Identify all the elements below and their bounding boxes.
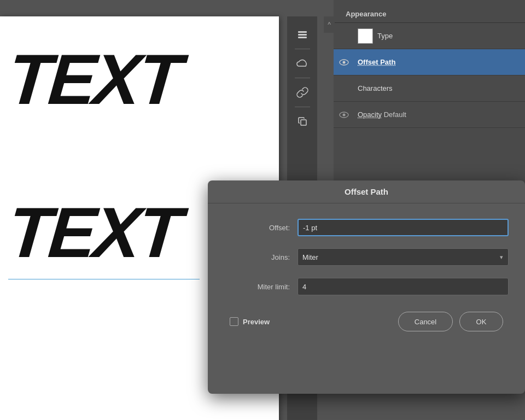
appearance-row-type[interactable]: Type	[334, 23, 525, 49]
miter-limit-row: Miter limit:	[224, 278, 509, 295]
copy-icon-button[interactable]	[293, 112, 312, 131]
opacity-value: Default	[384, 110, 406, 119]
panel-collapse-button[interactable]: ^	[324, 16, 335, 33]
preview-checkbox[interactable]	[230, 317, 238, 326]
joins-select-wrapper: Miter Round Bevel ▾	[298, 248, 509, 266]
icon-divider-2	[295, 78, 310, 78]
appearance-row-characters[interactable]: Characters	[334, 75, 525, 102]
dialog-title-bar: Offset Path	[208, 180, 525, 203]
chevron-up-icon: ^	[328, 21, 331, 28]
ok-button[interactable]: OK	[459, 312, 503, 331]
preview-checkbox-area: Preview	[230, 317, 398, 326]
svg-point-5	[343, 61, 346, 63]
joins-select[interactable]: Miter Round Bevel	[298, 248, 509, 266]
dialog-buttons-row: Preview Cancel OK	[224, 312, 509, 331]
canvas-text-top: TEXT	[5, 44, 182, 115]
svg-rect-2	[298, 37, 307, 38]
offset-path-eye-icon[interactable]	[338, 58, 350, 67]
svg-rect-1	[298, 34, 307, 36]
opacity-label: Opacity Default	[358, 110, 521, 119]
cancel-button[interactable]: Cancel	[398, 312, 453, 331]
selection-line	[8, 279, 200, 279]
preview-label: Preview	[243, 318, 270, 326]
dialog-title: Offset Path	[345, 187, 388, 196]
offset-path-dialog: Offset Path Offset: Joins: Miter Round B…	[208, 180, 525, 394]
opacity-eye-icon[interactable]	[338, 110, 350, 119]
appearance-panel: Appearance Type Offset Path Characters	[334, 0, 525, 186]
link-icon-button[interactable]	[293, 83, 312, 102]
appearance-row-offset-path[interactable]: Offset Path	[334, 49, 525, 75]
offset-label: Offset:	[224, 224, 290, 232]
offset-input[interactable]	[298, 219, 509, 236]
svg-point-7	[343, 113, 346, 116]
type-swatch[interactable]	[358, 28, 373, 44]
svg-rect-0	[298, 31, 307, 33]
characters-label: Characters	[358, 84, 521, 92]
canvas-text-bottom: TEXT	[5, 197, 182, 268]
icon-divider-3	[295, 107, 310, 107]
layers-icon-button[interactable]	[293, 25, 312, 44]
offset-path-label: Offset Path	[358, 58, 521, 66]
joins-row: Joins: Miter Round Bevel ▾	[224, 248, 509, 266]
miter-limit-label: Miter limit:	[224, 283, 290, 291]
dialog-body: Offset: Joins: Miter Round Bevel ▾ Miter…	[208, 203, 525, 342]
appearance-row-opacity[interactable]: Opacity Default	[334, 102, 525, 128]
appearance-tab[interactable]: Appearance	[340, 5, 392, 22]
miter-limit-input[interactable]	[298, 278, 509, 295]
type-label: Type	[377, 32, 521, 40]
joins-label: Joins:	[224, 253, 290, 261]
offset-row: Offset:	[224, 219, 509, 236]
svg-rect-3	[301, 120, 306, 125]
icon-divider-1	[295, 49, 310, 49]
appearance-tab-bar: Appearance	[334, 0, 525, 23]
cloud-icon-button[interactable]	[293, 54, 312, 73]
